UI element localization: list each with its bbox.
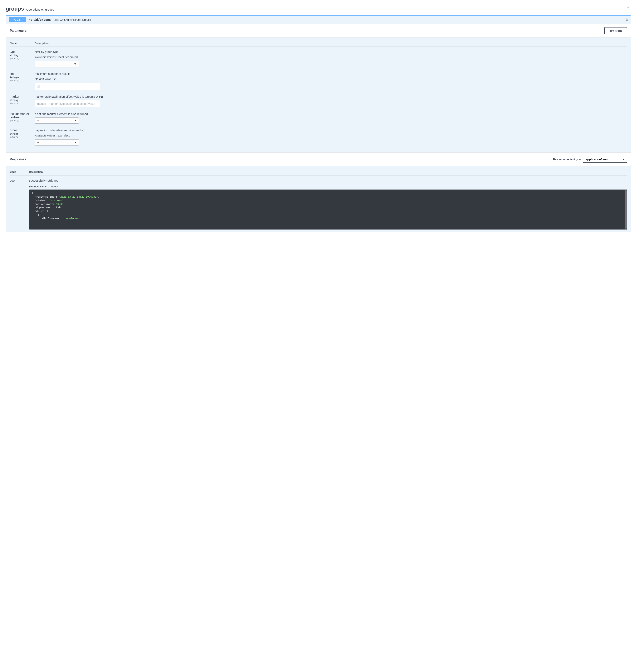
lock-icon[interactable] [625,18,629,21]
param-location: (query) [10,79,35,82]
param-name: includeMarker [10,112,35,116]
param-description: maximum number of results [35,72,627,75]
column-code: Code [10,171,29,173]
param-name: type [10,50,35,54]
section-title: groups [6,6,24,12]
response-example-code[interactable]: { "responseTime": "2021-03-29T14:22:19.6… [29,190,627,230]
param-name: limit [10,72,35,75]
method-badge: GET [8,17,26,22]
param-available-values: Available values : local, federated [35,55,627,59]
operation-block: GET /grid/groups Lists Grid Administrato… [6,15,631,232]
param-row-limit: limit integer (query) maximum number of … [10,69,627,91]
responses-header: Responses Response content type applicat… [6,153,631,166]
param-type: string [10,132,35,135]
column-description: Description [29,171,627,173]
section-header[interactable]: groups Operations on groups [6,4,631,15]
param-type: boolean [10,116,35,119]
response-row-200: 200 successfully retrieved Example Value… [10,176,627,230]
param-description: marker-style pagination offset (value is… [35,95,627,98]
param-order-select[interactable]: -- [35,139,79,145]
param-name: marker [10,95,35,99]
parameters-table-header: Name Description [10,40,627,47]
param-name: order [10,129,35,132]
param-include-marker-select[interactable]: -- [35,118,79,124]
param-location: (query) [10,136,35,138]
responses-heading: Responses [10,158,26,161]
section-subtitle: Operations on groups [26,8,54,11]
response-description: successfully retrieved [29,179,627,182]
response-content-type-label: Response content type [553,158,581,161]
param-row-include-marker: includeMarker boolean (query) if set, th… [10,109,627,125]
scrollbar[interactable] [625,190,626,229]
response-content-type-select[interactable]: application/json [583,156,627,163]
chevron-down-icon[interactable] [626,6,630,10]
response-code: 200 [10,179,29,230]
param-description: if set, the marker element is also retur… [35,112,627,116]
param-type: integer [10,76,35,78]
parameters-heading: Parameters [10,29,26,33]
operation-description: Lists Grid Administrator Groups [54,18,91,21]
param-type-select[interactable]: -- [35,61,79,67]
param-limit-input[interactable] [35,83,100,90]
param-default-value: Default value : 25 [35,77,627,81]
param-row-order: order string (query) pagination order (d… [10,125,627,147]
param-marker-input[interactable] [35,100,100,107]
tab-example-value[interactable]: Example Value [29,185,47,188]
responses-body: Code Description 200 successfully retrie… [6,166,631,232]
param-location: (query) [10,57,35,60]
operation-summary[interactable]: GET /grid/groups Lists Grid Administrato… [6,16,631,24]
try-it-out-button[interactable]: Try it out [604,27,627,34]
param-location: (query) [10,119,35,122]
param-row-marker: marker string (query) marker-style pagin… [10,91,627,109]
tab-model[interactable]: Model [51,185,58,188]
response-tabs: Example Value | Model [29,185,627,188]
operation-path: /grid/groups [29,18,51,21]
param-available-values: Available values : asc, desc [35,134,627,137]
param-description: pagination order (desc requires marker) [35,129,627,132]
tab-separator: | [49,185,49,188]
parameters-section-header: Parameters Try it out [6,24,631,37]
column-description: Description [35,42,627,45]
param-location: (query) [10,102,35,105]
responses-table-header: Code Description [10,169,627,176]
column-name: Name [10,42,35,45]
param-row-type: type string (query) filter by group type… [10,47,627,69]
parameters-table: Name Description type string (query) fil… [6,37,631,153]
param-type: string [10,54,35,57]
param-type: string [10,99,35,102]
param-description: filter by group type [35,50,627,53]
